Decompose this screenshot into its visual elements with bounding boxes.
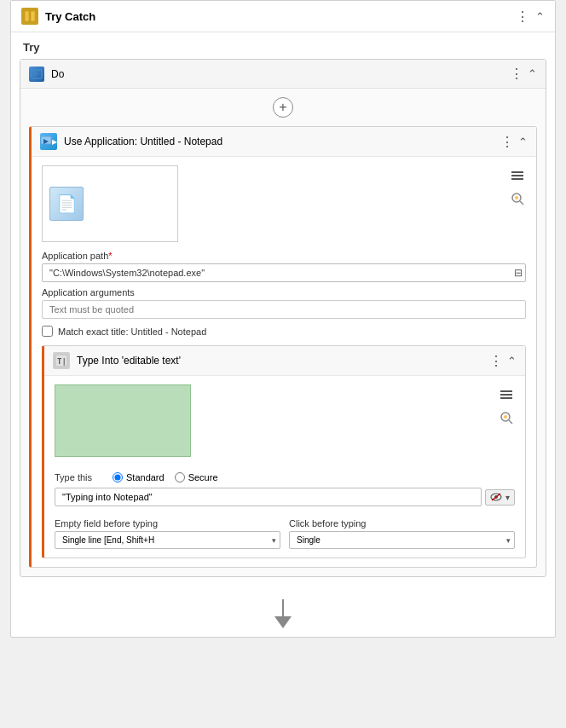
type-into-more-icon[interactable]: ⋮ [489, 353, 504, 369]
app-args-input[interactable] [42, 300, 526, 319]
empty-field-dropdown[interactable]: Single line [End, Shift+H None Whole fie… [55, 531, 280, 549]
type-into-search-icon[interactable] [499, 410, 514, 425]
use-app-collapse-icon[interactable]: ⌃ [518, 136, 528, 148]
do-icon [29, 66, 44, 82]
click-before-dropdown[interactable]: Single Double None [289, 531, 515, 549]
radio-group: Standard Secure [113, 472, 218, 482]
empty-field-dropdown-wrapper: Single line [End, Shift+H None Whole fie… [55, 531, 280, 549]
down-arrow-icon [274, 616, 292, 628]
use-app-icon [40, 133, 57, 150]
add-action-button[interactable]: + [273, 97, 293, 118]
svg-line-14 [509, 420, 512, 424]
preview-area [42, 165, 526, 242]
use-app-title: Use Application: Untitled - Notepad [64, 136, 500, 147]
empty-field-label: Empty field before typing [55, 518, 280, 529]
green-preview [55, 384, 191, 457]
click-before-dropdown-wrapper: Single Double None ▾ [289, 531, 515, 549]
app-path-input[interactable] [42, 263, 526, 282]
svg-point-10 [515, 196, 518, 199]
add-btn-container: + [20, 89, 546, 126]
app-args-label: Application arguments [42, 287, 526, 298]
plus-icon: + [279, 101, 286, 114]
secure-label: Secure [188, 472, 218, 482]
empty-field-col: Empty field before typing Single line [E… [55, 513, 280, 549]
click-before-col: Click before typing Single Double None ▾ [289, 513, 515, 549]
down-arrow-group [274, 599, 292, 628]
svg-rect-0 [25, 11, 29, 21]
more-options-icon[interactable]: ⋮ [516, 9, 530, 25]
header-actions: ⋮ ⌃ [516, 9, 545, 25]
svg-rect-1 [31, 11, 35, 21]
page-title: Try Catch [45, 10, 516, 23]
type-this-label: Type this [55, 472, 106, 482]
type-into-menu-icon[interactable] [498, 388, 515, 402]
bottom-arrow-container [11, 586, 555, 637]
do-block: Do ⋮ ⌃ + Use Application: Untitled - Not… [20, 59, 546, 577]
type-into-header: T| Type Into 'editable text' ⋮ ⌃ [44, 346, 525, 376]
secure-radio-option[interactable]: Secure [175, 472, 218, 482]
header-icon [21, 8, 38, 25]
do-title: Do [51, 68, 510, 80]
search-highlight-icon[interactable] [510, 191, 525, 206]
type-into-collapse-icon[interactable]: ⌃ [507, 355, 517, 367]
type-this-wrapper: ▾ [55, 488, 515, 506]
type-into-body: Type this Standard Secure [44, 376, 525, 558]
svg-line-9 [520, 201, 523, 205]
svg-text:T|: T| [57, 357, 66, 366]
type-this-input[interactable] [55, 488, 482, 506]
try-label: Try [11, 32, 555, 59]
type-into-preview-area [55, 384, 515, 464]
standard-label: Standard [126, 472, 165, 482]
browse-icon[interactable]: ⊟ [514, 267, 523, 279]
dropdown-row: Empty field before typing Single line [E… [55, 513, 515, 549]
header-bar: Try Catch ⋮ ⌃ [11, 1, 555, 32]
standard-radio[interactable] [113, 472, 123, 482]
match-exact-checkbox[interactable] [42, 326, 53, 337]
do-header: Do ⋮ ⌃ [20, 60, 546, 89]
match-exact-row: Match exact title: Untitled - Notepad [42, 326, 526, 337]
type-into-block: T| Type Into 'editable text' ⋮ ⌃ [42, 345, 526, 558]
do-more-options-icon[interactable]: ⋮ [510, 66, 524, 82]
app-thumbnail [42, 165, 178, 242]
type-into-icon: T| [53, 352, 70, 369]
use-app-header: Use Application: Untitled - Notepad ⋮ ⌃ [32, 127, 536, 157]
standard-radio-option[interactable]: Standard [113, 472, 165, 482]
app-path-label: Application path* [42, 251, 526, 261]
notepad-preview-icon [49, 187, 84, 221]
click-before-label: Click before typing [289, 518, 515, 529]
arrow-line [282, 599, 284, 616]
use-app-block: Use Application: Untitled - Notepad ⋮ ⌃ [29, 126, 537, 568]
type-into-side-icons [498, 384, 515, 425]
app-path-field-wrapper: ⊟ [42, 263, 526, 282]
side-icons [509, 165, 526, 206]
menu-icon[interactable] [509, 169, 526, 182]
match-exact-label: Match exact title: Untitled - Notepad [58, 326, 206, 337]
do-collapse-icon[interactable]: ⌃ [528, 67, 537, 80]
collapse-icon[interactable]: ⌃ [535, 10, 545, 23]
use-app-body: Application path* ⊟ Application argument… [32, 157, 536, 567]
eye-button[interactable]: ▾ [485, 489, 515, 506]
type-mode-row: Type this Standard Secure [55, 472, 515, 482]
type-into-title: Type Into 'editable text' [77, 355, 489, 367]
svg-point-15 [504, 415, 507, 419]
secure-radio[interactable] [175, 472, 185, 482]
use-app-more-icon[interactable]: ⋮ [500, 134, 515, 150]
